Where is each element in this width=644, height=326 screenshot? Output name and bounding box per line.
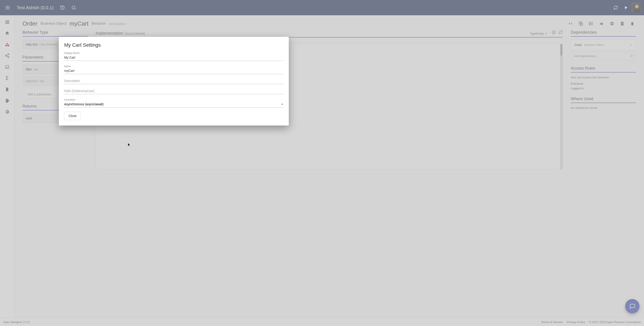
dropdown-icon: ▼: [281, 103, 284, 106]
display-name-input[interactable]: [64, 55, 284, 61]
name-input[interactable]: [64, 68, 284, 74]
dialog-title: My Cart Settings: [64, 42, 284, 48]
invocation-select[interactable]: Asynchronous (async/await) ▼: [64, 102, 284, 108]
path-input[interactable]: [64, 88, 284, 94]
name-label: Name: [64, 65, 284, 68]
display-name-label: Display Name: [64, 52, 284, 54]
description-input[interactable]: [64, 78, 284, 84]
close-button[interactable]: Close: [64, 112, 81, 120]
invocation-label: Invocation: [64, 98, 284, 101]
settings-dialog: My Cart Settings Display Name Name Invoc…: [59, 37, 289, 126]
